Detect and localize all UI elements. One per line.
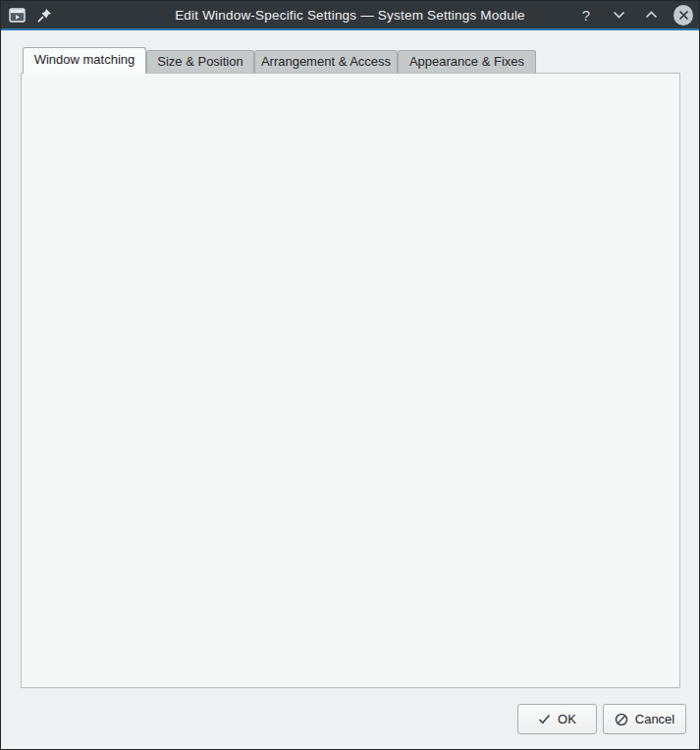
maximize-button[interactable] — [641, 4, 661, 26]
chevron-up-icon — [645, 11, 658, 19]
pin-icon[interactable] — [37, 8, 52, 23]
cancel-button[interactable]: Cancel — [603, 704, 686, 734]
ok-button[interactable]: OK — [517, 704, 597, 734]
minimize-button[interactable] — [609, 4, 628, 26]
close-button[interactable] — [673, 4, 693, 26]
cancel-button-label: Cancel — [635, 712, 674, 726]
tab-arrangement-access[interactable]: Arrangement & Access — [254, 50, 398, 73]
ok-button-label: OK — [558, 712, 576, 726]
help-icon: ? — [582, 7, 590, 24]
tab-appearance-fixes[interactable]: Appearance & Fixes — [398, 50, 536, 73]
tab-window-matching[interactable]: Window matching — [23, 47, 146, 74]
app-window-icon[interactable] — [9, 8, 26, 23]
settings-dialog-window: Edit Window-Specific Settings — System S… — [0, 0, 700, 750]
check-icon — [538, 714, 551, 724]
cancel-icon — [615, 713, 628, 726]
tab-size-position[interactable]: Size & Position — [146, 50, 254, 73]
titlebar: Edit Window-Specific Settings — System S… — [1, 1, 699, 30]
chevron-down-icon — [613, 11, 625, 19]
help-button[interactable]: ? — [576, 4, 596, 26]
close-icon — [673, 5, 693, 26]
tab-content-pane — [21, 73, 680, 688]
